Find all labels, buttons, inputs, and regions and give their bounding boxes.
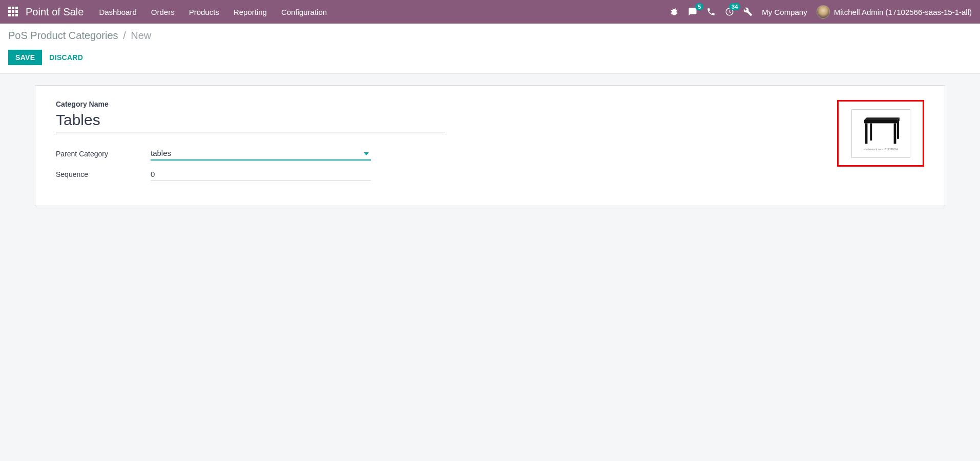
user-menu[interactable]: Mitchell Admin (17102566-saas-15-1-all) [817, 5, 972, 18]
action-buttons: SAVE DISCARD [0, 45, 980, 74]
label-parent-category: Parent Category [56, 150, 151, 158]
user-name: Mitchell Admin (17102566-saas-15-1-all) [834, 8, 972, 16]
category-image-upload[interactable]: shutterstock.com · 517359064 [851, 109, 910, 158]
top-navbar: Point of Sale Dashboard Orders Products … [0, 0, 980, 24]
sequence-input[interactable] [151, 168, 371, 181]
svg-rect-6 [897, 121, 899, 139]
svg-rect-4 [894, 123, 896, 144]
nav-right-group: 5 34 My Company Mitchell Admin (17102566… [670, 5, 972, 18]
activity-badge: 34 [729, 3, 740, 10]
breadcrumb-separator: / [123, 30, 126, 41]
nav-dashboard[interactable]: Dashboard [99, 8, 136, 16]
chat-icon[interactable]: 5 [688, 7, 697, 16]
breadcrumb-current: New [131, 30, 151, 41]
label-sequence: Sequence [56, 170, 151, 178]
nav-configuration[interactable]: Configuration [281, 8, 327, 16]
svg-rect-3 [865, 123, 868, 144]
table-icon [860, 116, 901, 147]
breadcrumb: PoS Product Categories / New [0, 24, 980, 45]
category-image-highlight: shutterstock.com · 517359064 [837, 100, 924, 167]
form-sheet: Category Name Parent Category Sequence [35, 85, 945, 206]
main-content: Category Name Parent Category Sequence [0, 74, 980, 217]
parent-category-field[interactable] [151, 147, 371, 161]
user-avatar-icon [817, 5, 830, 18]
activity-icon[interactable]: 34 [725, 7, 734, 16]
bug-icon[interactable] [670, 7, 679, 16]
chat-badge: 5 [695, 3, 703, 10]
discard-button[interactable]: DISCARD [49, 53, 83, 62]
app-brand[interactable]: Point of Sale [26, 6, 84, 18]
company-switcher[interactable]: My Company [762, 8, 807, 16]
category-name-input[interactable] [56, 110, 445, 132]
parent-category-input[interactable] [151, 147, 371, 161]
nav-reporting[interactable]: Reporting [234, 8, 267, 16]
image-caption: shutterstock.com · 517359064 [864, 148, 898, 151]
breadcrumb-root[interactable]: PoS Product Categories [8, 30, 118, 41]
svg-rect-0 [864, 120, 897, 123]
label-category-name: Category Name [56, 100, 445, 108]
nav-products[interactable]: Products [189, 8, 219, 16]
svg-marker-1 [864, 117, 900, 120]
tools-icon[interactable] [743, 7, 753, 16]
svg-rect-5 [870, 123, 872, 141]
nav-menus: Dashboard Orders Products Reporting Conf… [99, 8, 327, 16]
apps-icon[interactable] [8, 7, 18, 17]
nav-orders[interactable]: Orders [151, 8, 175, 16]
phone-icon[interactable] [706, 7, 716, 16]
save-button[interactable]: SAVE [8, 50, 42, 65]
